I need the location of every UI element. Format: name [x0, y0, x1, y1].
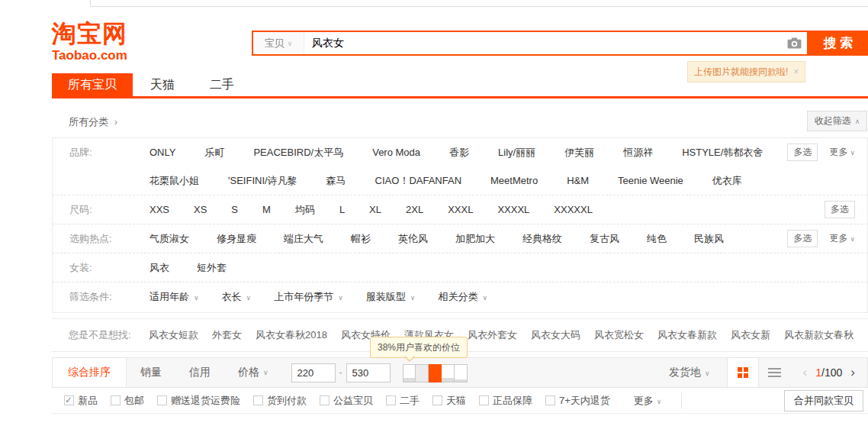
- brand-option[interactable]: 香影: [449, 138, 469, 166]
- filter-checkbox[interactable]: 新品: [64, 394, 98, 408]
- grid-view-button[interactable]: [727, 358, 759, 387]
- brand-option[interactable]: 优衣库: [712, 166, 742, 195]
- hotspot-option[interactable]: 气质淑女: [149, 224, 189, 253]
- filter-checkbox[interactable]: 二手: [386, 394, 420, 408]
- size-option[interactable]: XS: [194, 195, 207, 224]
- close-icon[interactable]: ×: [793, 66, 799, 77]
- size-option[interactable]: M: [262, 195, 271, 224]
- condition-dropdown[interactable]: 衣长: [222, 282, 252, 312]
- suggest-link[interactable]: 风衣宽松女: [594, 328, 644, 342]
- suggest-link[interactable]: 风衣女短款: [149, 328, 198, 342]
- price-max-input[interactable]: [346, 363, 391, 382]
- suggest-link[interactable]: 风衣女春新款: [657, 328, 717, 342]
- women-option[interactable]: 短外套: [197, 253, 227, 282]
- suggest-link[interactable]: 风衣新款女春秋: [784, 328, 854, 342]
- sort-options: 综合排序销量信用价格: [53, 358, 282, 387]
- brand-option[interactable]: 伊芙丽: [564, 138, 594, 166]
- more-dropdown[interactable]: 更多: [829, 232, 855, 245]
- hotspot-option[interactable]: 端庄大气: [284, 224, 323, 253]
- list-view-button[interactable]: [759, 358, 791, 387]
- price-histogram-cell-selected[interactable]: [429, 364, 442, 382]
- filter-checkbox[interactable]: 赠送退货运费险: [157, 394, 240, 408]
- image-search-button[interactable]: [781, 32, 807, 54]
- brand-option[interactable]: Vero Moda: [372, 138, 420, 166]
- size-option[interactable]: L: [339, 195, 345, 224]
- hotspot-option[interactable]: 纯色: [647, 224, 667, 253]
- result-tab[interactable]: 二手: [192, 73, 252, 96]
- suggest-link[interactable]: 外套女: [212, 328, 242, 342]
- size-option[interactable]: S: [231, 195, 238, 224]
- condition-dropdown[interactable]: 上市年份季节: [274, 282, 343, 312]
- result-tab[interactable]: 所有宝贝: [52, 73, 133, 96]
- price-histogram-cell[interactable]: [442, 364, 455, 382]
- hotspot-option[interactable]: 加肥加大: [455, 224, 495, 253]
- brand-option[interactable]: CIAO！DAFANFAN: [375, 166, 461, 195]
- filter-checkbox[interactable]: 包邮: [111, 394, 144, 408]
- merge-same-items-button[interactable]: 合并同款宝贝: [784, 390, 863, 411]
- hotspot-option[interactable]: 经典格纹: [522, 224, 562, 253]
- price-histogram-cell[interactable]: [416, 364, 429, 382]
- search-input[interactable]: [304, 32, 781, 54]
- price-histogram-cell[interactable]: [455, 364, 468, 382]
- suggestions-label: 您是不是想找:: [52, 328, 149, 342]
- hotspot-option[interactable]: 复古风: [590, 224, 619, 253]
- size-option[interactable]: XXS: [149, 195, 169, 224]
- ship-from-dropdown[interactable]: 发货地: [669, 366, 710, 379]
- filter-checkbox[interactable]: 7+天内退货: [545, 394, 610, 408]
- size-option[interactable]: XXXL: [448, 195, 473, 224]
- condition-dropdown[interactable]: 相关分类: [438, 282, 487, 312]
- taobao-logo[interactable]: 淘宝网 Taobao.com: [52, 21, 127, 63]
- brand-option[interactable]: 乐町: [204, 138, 224, 166]
- sort-option[interactable]: 综合排序: [53, 358, 127, 387]
- brand-option[interactable]: ONLY: [149, 138, 175, 166]
- next-page-icon[interactable]: ›: [850, 365, 855, 380]
- hotspot-option[interactable]: 英伦风: [398, 224, 428, 253]
- brand-option[interactable]: PEACEBIRD/太平鸟: [253, 138, 343, 166]
- brand-option[interactable]: 花栗鼠小姐: [149, 166, 199, 195]
- price-range-tooltip: 38%用户喜欢的价位: [370, 337, 468, 358]
- brand-option[interactable]: HSTYLE/韩都衣舍: [682, 138, 763, 166]
- brand-option[interactable]: H&M: [567, 166, 589, 195]
- condition-dropdown[interactable]: 服装版型: [366, 282, 416, 312]
- sort-option[interactable]: 销量: [127, 358, 175, 387]
- suggest-link[interactable]: 风衣女大码: [531, 328, 580, 342]
- brand-option[interactable]: Teenie Weenie: [618, 166, 683, 195]
- brand-option[interactable]: 恒源祥: [623, 138, 653, 166]
- search-category-dropdown[interactable]: 宝贝: [253, 32, 304, 54]
- sort-option[interactable]: 信用: [175, 358, 224, 387]
- quick-filter-bar: 新品 包邮 赠送退货运费险 货到付款 公益宝贝 二手 天猫 正品: [52, 388, 868, 414]
- filter-checkbox[interactable]: 天猫: [432, 394, 466, 408]
- suggest-link[interactable]: 风衣女春秋2018: [256, 328, 327, 342]
- filter-checkbox[interactable]: 货到付款: [253, 394, 307, 408]
- size-option[interactable]: 均码: [295, 195, 315, 224]
- multi-select-button[interactable]: 多选: [825, 201, 855, 218]
- size-option[interactable]: XL: [369, 195, 381, 224]
- condition-dropdown[interactable]: 适用年龄: [149, 282, 199, 312]
- suggest-link[interactable]: 风衣外套女: [468, 328, 517, 342]
- hotspot-option[interactable]: 修身显瘦: [217, 224, 256, 253]
- filter-checkbox[interactable]: 正品保障: [479, 394, 532, 408]
- breadcrumb[interactable]: 所有分类 ›: [69, 115, 117, 129]
- hotspot-option[interactable]: 民族风: [694, 224, 724, 253]
- more-dropdown[interactable]: 更多: [829, 146, 855, 159]
- suggest-link[interactable]: 风衣女新: [731, 328, 770, 342]
- brand-option[interactable]: 森马: [326, 166, 346, 195]
- multi-select-button[interactable]: 多选: [787, 144, 818, 161]
- size-option[interactable]: XXXXL: [497, 195, 529, 224]
- size-option[interactable]: XXXXXL: [554, 195, 593, 224]
- price-min-input[interactable]: [291, 363, 336, 382]
- collapse-filters-button[interactable]: 收起筛选: [807, 111, 867, 131]
- women-option[interactable]: 风衣: [149, 253, 169, 282]
- sort-option[interactable]: 价格: [224, 358, 282, 387]
- brand-option[interactable]: MeetMetro: [490, 166, 538, 195]
- brand-option[interactable]: Lily/丽丽: [498, 138, 535, 166]
- prev-page-icon[interactable]: ‹: [803, 365, 808, 380]
- filter-checkbox[interactable]: 公益宝贝: [320, 394, 373, 408]
- multi-select-button[interactable]: 多选: [787, 230, 818, 247]
- more-filters-dropdown[interactable]: 更多: [634, 394, 662, 408]
- result-tab[interactable]: 天猫: [133, 73, 192, 96]
- hotspot-option[interactable]: 帽衫: [351, 224, 371, 253]
- size-option[interactable]: 2XL: [406, 195, 423, 224]
- brand-option[interactable]: 'SEIFINI/诗凡黎: [228, 166, 297, 195]
- search-button[interactable]: 搜 索: [809, 31, 868, 56]
